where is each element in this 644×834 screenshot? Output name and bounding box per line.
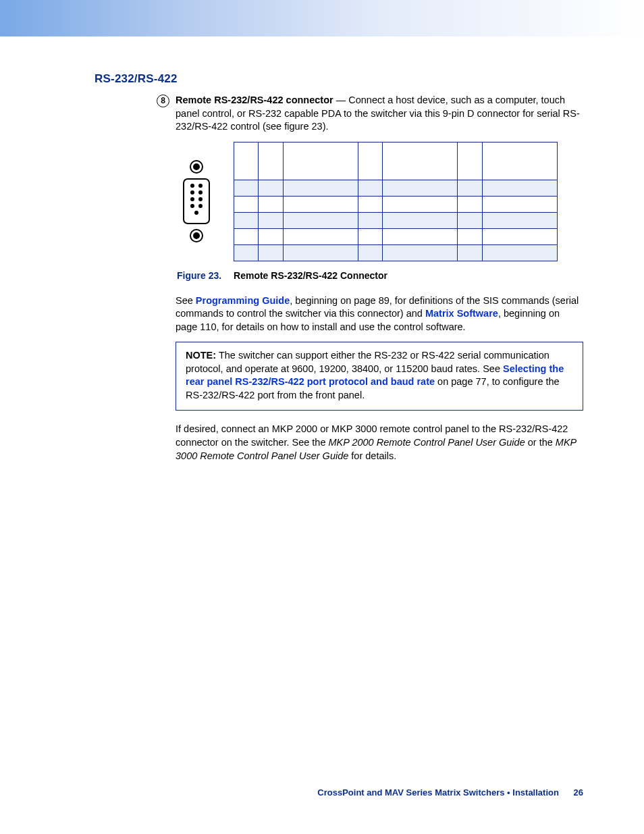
note-text-1: The switcher can support either the RS-2…	[186, 350, 549, 374]
footer-text: CrossPoint and MAV Series Matrix Switche…	[317, 787, 559, 798]
svg-point-4	[191, 191, 194, 194]
pinout-table	[234, 142, 558, 261]
svg-point-5	[199, 191, 202, 194]
table-row	[234, 196, 558, 212]
svg-point-2	[191, 184, 194, 187]
svg-point-9	[199, 205, 202, 207]
see-paragraph: See Programming Guide, beginning on page…	[176, 294, 583, 334]
figure-row	[182, 142, 583, 261]
svg-point-12	[194, 233, 199, 238]
db9-connector-icon	[182, 157, 211, 245]
page-number: 26	[574, 787, 583, 798]
figure-number: Figure 23.	[177, 270, 221, 281]
svg-point-3	[199, 184, 202, 187]
svg-point-7	[199, 198, 202, 201]
matrix-software-link[interactable]: Matrix Software	[425, 308, 498, 319]
svg-point-6	[191, 198, 194, 201]
header-gradient	[0, 0, 644, 39]
mkp-paragraph: If desired, connect an MKP 2000 or MKP 3…	[176, 423, 583, 463]
table-row	[234, 228, 558, 244]
table-row	[234, 212, 558, 228]
item-title: Remote RS-232/RS-422 connector	[176, 95, 333, 105]
step-marker-icon: 8	[157, 95, 169, 107]
table-row	[234, 180, 558, 196]
item-intro: Remote RS-232/RS-422 connector — Connect…	[176, 94, 583, 134]
page-footer: CrossPoint and MAV Series Matrix Switche…	[317, 787, 583, 799]
section-heading: RS-232/RS-422	[95, 72, 583, 87]
svg-point-8	[191, 205, 194, 207]
page-body: RS-232/RS-422 8 Remote RS-232/RS-422 con…	[0, 39, 644, 463]
figure-caption: Figure 23. Remote RS-232/RS-422 Connecto…	[177, 269, 583, 282]
note-box: NOTE: The switcher can support either th…	[176, 342, 583, 411]
svg-point-1	[194, 164, 199, 170]
item-block: 8 Remote RS-232/RS-422 connector — Conne…	[176, 94, 583, 463]
svg-point-10	[195, 211, 198, 214]
table-header-row	[234, 142, 558, 180]
figure-title: Remote RS-232/RS-422 Connector	[234, 270, 387, 281]
note-label: NOTE:	[186, 350, 216, 361]
table-row	[234, 244, 558, 261]
book-title-1: MKP 2000 Remote Control Panel User Guide	[329, 437, 525, 448]
programming-guide-link[interactable]: Programming Guide	[196, 295, 290, 306]
